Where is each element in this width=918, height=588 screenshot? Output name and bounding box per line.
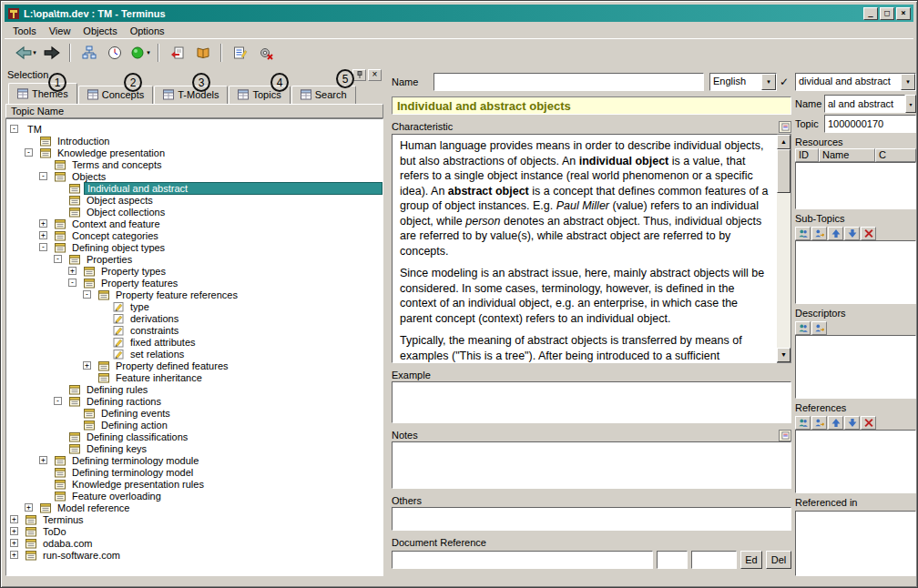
tree-item[interactable]: Knowledge presentation rules — [6, 478, 382, 490]
tree-item[interactable]: Introduction — [6, 135, 382, 147]
topic-combo[interactable]: dividual and abstract ▾ — [795, 73, 916, 91]
tree-expander[interactable]: + — [10, 539, 18, 547]
tree-item[interactable]: +Terminus — [6, 513, 382, 525]
tree-item[interactable]: +Context and feature — [6, 218, 382, 229]
tree-expander[interactable]: + — [39, 231, 47, 239]
tree-item[interactable]: -TM — [6, 123, 382, 135]
tree-expander[interactable]: - — [68, 279, 76, 287]
delete-reference-button[interactable]: Del — [766, 551, 791, 569]
tree-item[interactable]: +Property defined features — [6, 360, 382, 371]
tree-item[interactable]: +odaba.com — [6, 537, 382, 549]
maximize-button[interactable]: □ — [880, 7, 894, 20]
status-button[interactable]: ▾ — [128, 42, 152, 65]
references-list[interactable] — [795, 430, 916, 493]
tree-item[interactable]: type — [6, 300, 382, 312]
others-input[interactable] — [392, 507, 791, 531]
tree-item[interactable]: Feature overloading — [6, 490, 382, 502]
subtopics-list[interactable] — [795, 240, 916, 304]
example-input[interactable] — [392, 381, 791, 423]
minimize-button[interactable]: _ — [863, 7, 878, 20]
descriptors-add-button[interactable] — [795, 321, 811, 335]
tree-item[interactable]: -Objects — [6, 170, 382, 182]
tree-expander[interactable]: - — [10, 125, 18, 133]
process-button[interactable] — [253, 42, 278, 65]
tree-item[interactable]: Defining terminology model — [6, 466, 382, 478]
menu-options[interactable]: Options — [124, 25, 171, 37]
tree-item[interactable]: +Concept categories — [6, 229, 382, 241]
sidebar-topic-input[interactable] — [824, 115, 916, 133]
tab-concepts[interactable]: Concepts — [78, 86, 153, 104]
overview-button[interactable] — [102, 42, 127, 65]
tree-expander[interactable]: + — [10, 515, 18, 523]
tree-expander[interactable]: + — [68, 267, 76, 275]
menu-view[interactable]: View — [43, 25, 77, 37]
tree-item[interactable]: +ToDo — [6, 525, 382, 537]
sidebar-name-input[interactable] — [824, 95, 905, 113]
checkout-button[interactable] — [165, 42, 189, 65]
references-up-button[interactable] — [828, 416, 843, 430]
panel-close-button[interactable]: × — [368, 69, 382, 81]
descriptors-list[interactable] — [795, 335, 916, 399]
dropdown-caret-icon[interactable]: ▾ — [33, 49, 36, 56]
tree-expander[interactable]: + — [25, 503, 33, 512]
tree-expander[interactable]: + — [39, 456, 47, 464]
tree-item[interactable]: Object aspects — [6, 194, 382, 206]
tree-column-header[interactable]: Topic Name — [5, 104, 383, 118]
subtopics-up-button[interactable] — [828, 227, 843, 240]
tree-expander[interactable]: + — [10, 527, 18, 535]
descriptors-link-button[interactable] — [811, 321, 827, 335]
tree-expander[interactable]: + — [39, 219, 47, 228]
resources-column-c[interactable]: C — [875, 148, 916, 162]
characteristic-edit-button[interactable] — [779, 121, 791, 133]
tree-item[interactable]: +Defining terminology module — [6, 454, 382, 466]
edit-list-button[interactable] — [228, 42, 252, 65]
tree-item[interactable]: -Property features — [6, 277, 382, 289]
subtopics-link-button[interactable] — [811, 227, 827, 240]
hierarchy-button[interactable] — [76, 42, 101, 65]
tree-expander[interactable]: - — [54, 255, 62, 263]
document-reference-input[interactable] — [392, 551, 653, 569]
tree-item[interactable]: Defining action — [6, 419, 382, 431]
subtopics-delete-button[interactable] — [861, 227, 876, 240]
close-button[interactable]: × — [896, 7, 911, 20]
tab-themes[interactable]: Themes — [8, 83, 77, 104]
tree-item[interactable]: Object collections — [6, 206, 382, 218]
tree-item[interactable]: +Property types — [6, 265, 382, 277]
scrollbar-track[interactable] — [777, 149, 790, 348]
references-down-button[interactable] — [844, 416, 860, 430]
sidebar-name-more-icon[interactable]: ▾ — [905, 95, 916, 113]
language-combo[interactable]: English ▾ — [709, 73, 777, 91]
tree-expander[interactable]: + — [83, 361, 91, 370]
subtopics-down-button[interactable] — [844, 227, 860, 240]
resources-table-body[interactable] — [795, 162, 916, 209]
document-reference-field2[interactable] — [657, 551, 688, 569]
tree-expander[interactable]: - — [54, 397, 62, 405]
tab-search[interactable]: Search — [291, 86, 356, 104]
tree-item[interactable]: constraints — [6, 324, 382, 336]
menu-objects[interactable]: Objects — [76, 25, 123, 37]
scroll-up-icon[interactable]: ▲ — [777, 135, 790, 149]
tree-expander[interactable]: - — [39, 243, 47, 251]
left-splitter[interactable] — [384, 67, 391, 576]
scroll-down-icon[interactable]: ▼ — [777, 348, 790, 362]
tree-item[interactable]: -Properties — [6, 253, 382, 265]
edit-reference-button[interactable]: Ed — [740, 551, 762, 569]
tree-item[interactable]: Defining classifications — [6, 431, 382, 442]
tree-expander[interactable]: - — [83, 290, 91, 299]
tree-item[interactable]: Defining events — [6, 407, 382, 419]
tree-item[interactable]: set relations — [6, 348, 382, 360]
referenced-in-list[interactable] — [795, 511, 916, 576]
tree-item[interactable]: -Knowledge presentation — [6, 147, 382, 158]
name-input[interactable] — [434, 73, 704, 91]
tree-item[interactable]: -Property feature references — [6, 289, 382, 300]
scrollbar-thumb[interactable] — [777, 149, 790, 193]
tab-t-models[interactable]: T-Models — [154, 86, 228, 104]
characteristic-text[interactable]: Human language provides means in order t… — [392, 134, 777, 363]
tree-item[interactable]: -Defining object types — [6, 241, 382, 253]
notes-edit-button[interactable] — [779, 430, 791, 441]
language-dropdown-icon[interactable]: ▾ — [761, 74, 776, 90]
back-button[interactable]: ▾ — [14, 42, 38, 65]
tree-expander[interactable]: - — [39, 172, 47, 180]
dock-button[interactable] — [352, 69, 366, 81]
tree-item[interactable]: +run-software.com — [6, 549, 382, 561]
